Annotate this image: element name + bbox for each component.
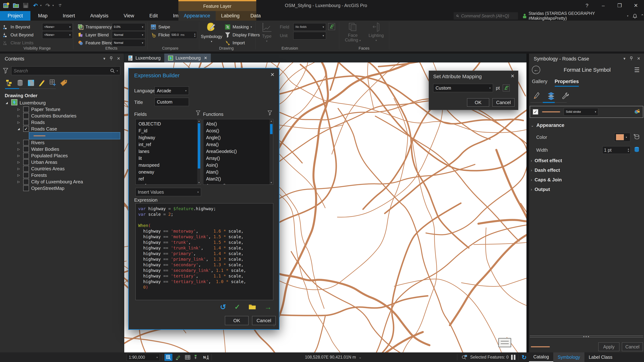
expander-icon[interactable]: ▷ [16,154,21,158]
width-spinner[interactable]: 1 pt ▴▾ [602,146,630,154]
display-filters-button[interactable]: Display Filters [224,31,260,39]
field-item[interactable]: int_ref [136,141,201,148]
ribbon-tab-project[interactable]: Project [0,11,30,21]
apply-button[interactable]: Apply [598,343,619,351]
new-project-icon[interactable] [2,2,10,9]
lighting-button[interactable]: Lighting ▾ [366,22,386,42]
layer-checkbox[interactable] [23,113,29,119]
fields-list[interactable]: ▲ ▼ OBJECTIDF_idhighwayint_reflaneslitma… [136,119,201,185]
layer-checkbox[interactable] [23,140,29,145]
symbology-button[interactable]: Symbology ▾ [201,22,222,43]
pane-options-icon[interactable]: ▾ [104,56,106,62]
pin-icon[interactable] [110,56,113,62]
layer-item-paper-texture[interactable]: ▷Paper Texture [4,106,124,113]
expander-icon[interactable]: ▷ [16,114,21,118]
extrusion-type-button[interactable]: Type ▾ [257,22,277,43]
layer-item-urban-areas[interactable]: ▷Urban Areas [4,159,124,165]
layer-checkbox[interactable] [23,179,29,185]
filter-icon[interactable] [3,68,8,74]
functions-list[interactable]: ▲ ▼ Abs()Acos()Angle()Area()AreaGeodetic… [203,119,273,185]
cancel-button[interactable]: Cancel [622,343,643,351]
layer-checkbox[interactable] [23,166,29,172]
attribute-table-icon[interactable] [184,354,192,361]
layer-checkbox[interactable]: ✓ [23,126,29,132]
function-item[interactable]: AreaGeodetic() [203,148,273,155]
in-beyond-dropdown[interactable]: <None>▾ [42,23,72,31]
layer-item-luxembourg[interactable]: ◢Luxembourg [4,99,124,106]
export-expression-icon[interactable]: → [264,303,272,311]
layers-tab-icon[interactable] [546,91,556,100]
face-culling-button[interactable]: Face Culling ▾ [342,22,364,43]
undo-icon[interactable]: ↶ [32,2,39,9]
expander-icon[interactable]: ▷ [16,147,21,151]
ribbon-tab-insert[interactable]: Insert [55,11,83,21]
section-output[interactable]: ›Output [529,183,644,192]
expression-code-editor[interactable]: var highway = $feature.highway;var scale… [136,203,273,300]
ribbon-tab-data[interactable]: Data [245,11,266,21]
ribbon-tab-analysis[interactable]: Analysis [82,11,116,21]
notifications-icon[interactable] [633,13,637,18]
search-options-icon[interactable]: ▾ [117,69,118,72]
feature-blend-control[interactable]: Feature Blend [78,39,113,47]
undo-dropdown-icon[interactable]: ▾ [40,4,42,7]
transparency-dropdown[interactable]: 0.0%▾ [112,23,145,31]
insert-values-dropdown[interactable]: Insert Values▾ [136,188,201,196]
field-item[interactable]: lit [136,155,201,162]
appearance-section[interactable]: ⌄Appearance [529,118,644,128]
list-by-labeling-icon[interactable] [60,79,68,87]
expander-icon[interactable]: ▷ [16,160,21,164]
layer-checkbox[interactable] [23,106,29,112]
function-item[interactable]: Array() [203,155,273,162]
section-caps-join[interactable]: ›Caps & Join [529,173,644,183]
clear-limits-button[interactable]: Clear Limits [2,39,34,47]
extrusion-field-dropdown[interactable]: No fields▾ [294,23,326,31]
redo-dropdown-icon[interactable]: ▾ [52,4,54,7]
field-item[interactable]: highway [136,134,201,141]
expression-title-input[interactable] [154,98,189,106]
selected-features-status[interactable]: Selected Features: 0 [462,353,508,362]
function-item[interactable]: Asin() [203,162,273,169]
color-lock-icon[interactable] [634,108,640,115]
cancel-button[interactable]: Cancel [492,98,514,107]
expression-button[interactable]: 𝛦 [503,84,510,91]
collapse-ribbon-icon[interactable]: ⌃ [641,13,644,18]
expander-icon[interactable]: ◢ [16,127,21,130]
function-item[interactable]: Acos() [203,127,273,134]
verify-expression-icon[interactable]: ✓ [234,303,240,311]
ribbon-tab-map[interactable]: Map [30,11,55,21]
close-map-tab-icon[interactable]: ✕ [204,56,207,60]
tab-gallery[interactable]: Gallery [532,79,548,87]
field-item[interactable]: lanes [136,148,201,155]
out-beyond-dropdown[interactable]: <None>▾ [42,31,72,39]
panel-splitter[interactable]: ●●● [530,335,643,339]
fields-filter-icon[interactable] [196,110,200,116]
symbol-tab-icon[interactable] [532,91,541,100]
resize-grip[interactable]: ⁚⁚⁚⁚ [273,324,278,329]
tab-properties[interactable]: Properties [555,79,579,87]
color-attribute-mapping-icon[interactable] [634,133,640,141]
menu-icon[interactable]: ☰ [634,66,640,73]
layer-enabled-checkbox[interactable]: ✓ [532,109,538,115]
color-picker[interactable]: ▾ [614,133,630,142]
refresh-icon[interactable]: ↻ [520,354,528,361]
close-pane-icon[interactable]: ✕ [637,56,640,62]
close-dialog-icon[interactable]: ✕ [270,72,274,78]
layer-checkbox[interactable] [23,119,29,125]
layer-checkbox[interactable] [23,146,29,152]
expander-icon[interactable]: ▷ [16,173,21,177]
field-item[interactable]: surface [136,182,201,185]
functions-scrollbar[interactable]: ▲ ▼ [270,119,273,184]
ribbon-tab-labeling[interactable]: Labeling [216,11,245,21]
restore-button[interactable]: ❐ [612,0,628,11]
stroke-type-dropdown[interactable]: Solid stroke▾ [564,108,598,116]
flicker-duration-spinner[interactable]: 500.0 ms ▴▾ [170,31,197,39]
function-item[interactable]: Abs() [203,120,273,127]
close-dialog-icon[interactable]: ✕ [510,73,514,79]
ok-button[interactable]: OK [225,316,248,325]
north-arrow-icon[interactable]: N [202,354,210,361]
layer-item-rivers[interactable]: ▷Rivers [4,139,124,146]
section-dash-effect[interactable]: ›Dash effect [529,163,644,173]
layer-item-openstreetmap[interactable]: OpenStreetMap [4,185,124,192]
command-search-input[interactable] [461,13,516,18]
pane-splitter[interactable] [526,53,529,353]
